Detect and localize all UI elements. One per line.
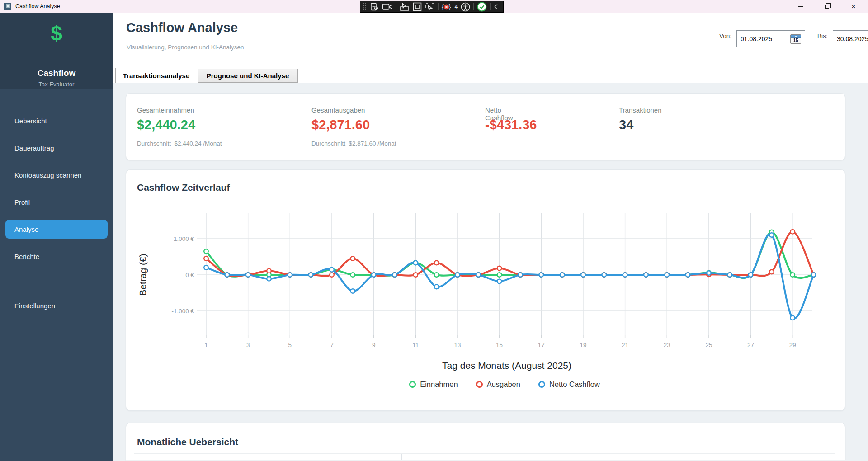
sidebar-item-profil[interactable]: Profil [5,193,108,212]
x-tick-label: 3 [246,342,250,348]
sidebar-item-dauerauftrag[interactable]: Dauerauftrag [5,138,108,157]
close-icon: × [851,3,856,10]
data-point-marker [414,261,418,265]
series-line [206,234,814,319]
x-tick-label: 13 [454,342,461,348]
sidebar-nav: UebersichtDauerauftragKontoauszug scanne… [0,103,113,266]
error-count: 4 [454,4,458,10]
content-area: Gesamteinnahmen$2,440.24Durchschnitt $2,… [113,83,868,461]
legend-label: Ausgaben [487,380,520,389]
legend-ring-icon [476,381,483,388]
window-capture-icon[interactable] [425,2,435,12]
calendar-icon[interactable]: 15 [790,34,801,44]
legend-item-ausgaben[interactable]: Ausgaben [476,380,520,389]
data-point-marker [560,273,565,277]
accessibility-icon[interactable] [461,2,470,12]
bis-label: Bis: [817,33,828,39]
data-point-marker [539,273,543,277]
x-tick-label: 23 [664,342,670,348]
braces-error-badge-icon[interactable]: { } [442,2,451,12]
data-point-marker [414,273,418,277]
x-tick-label: 9 [372,342,376,348]
collapse-chevron-icon[interactable] [494,2,498,12]
x-tick-label: 29 [789,342,796,348]
x-tick-label: 21 [622,342,628,348]
legend-label: Einnahmen [420,380,458,389]
data-point-marker [434,285,439,289]
app-window: Cashflow Analyse { [0,0,868,461]
capture-toolbar: { } 4 [360,1,504,13]
data-point-marker [204,265,208,270]
minimize-button[interactable] [788,0,812,13]
page-title: Cashflow Analyse [126,20,238,35]
data-point-marker [267,268,271,273]
pointer-capture-icon[interactable] [400,2,410,12]
data-point-marker [518,273,523,277]
data-point-marker [330,273,334,277]
header: Cashflow Analyse Visualisierung, Prognos… [113,13,868,68]
sidebar-item-kontoauszug-scannen[interactable]: Kontoauszug scannen [5,165,108,184]
summary-label: Gesamteinnahmen [137,106,194,114]
status-check-icon[interactable] [477,2,487,12]
monthly-overview-title: Monatliche Uebersicht [137,437,238,447]
restore-button[interactable] [815,0,839,13]
summary-label: Gesamtausgaben [311,106,365,114]
data-point-marker [749,273,753,277]
data-point-marker [686,273,690,277]
sidebar-divider [5,282,108,282]
data-point-marker [644,273,648,277]
data-point-marker [246,273,250,277]
data-point-marker [309,273,313,277]
von-date-input[interactable]: 01.08.2025 15 [736,30,805,47]
summary-average: Durchschnitt $2,871.60 /Monat [311,140,396,147]
bis-date-input[interactable]: 30.08.2025 15 [833,30,868,47]
data-point-marker [581,273,585,277]
sidebar-item-einstellungen[interactable]: Einstellungen [5,296,108,315]
summary-value: -$431.36 [485,118,537,132]
toolbar-separator [438,3,439,10]
legend-ring-icon [538,381,545,388]
x-tick-label: 17 [538,342,545,348]
sidebar-item-analyse[interactable]: Analyse [5,220,108,239]
data-point-marker [790,230,795,234]
sidebar-item-uebersicht[interactable]: Uebersicht [5,111,108,130]
toolbar-separator [396,3,396,10]
y-tick-label: 1.000 € [174,235,194,242]
data-point-marker [623,273,627,277]
legend-item-einnahmen[interactable]: Einnahmen [409,380,458,389]
data-point-marker [351,256,355,261]
tab-transaktionsanalyse[interactable]: Transaktionsanalyse [115,68,197,83]
data-point-marker [225,273,230,277]
x-tick-label: 7 [330,342,334,348]
restore-icon [825,5,829,9]
brand-name: Cashflow [0,68,113,78]
drag-handle-icon[interactable] [363,2,367,12]
data-point-marker [372,273,376,277]
tab-prognose-ki-analyse[interactable]: Prognose und KI-Analyse [198,69,298,83]
x-axis-title: Tag des Monats (August 2025) [442,360,571,371]
summary-value: $2,440.24 [137,118,195,132]
camera-icon[interactable] [382,2,393,12]
sidebar-item-berichte[interactable]: Berichte [5,247,108,266]
log-settings-icon[interactable] [370,2,379,12]
data-point-marker [790,315,795,320]
data-point-marker [476,273,481,277]
series-netto-cashflow [204,233,816,320]
data-point-marker [204,256,208,261]
data-point-marker [351,273,355,277]
calendar-dot [795,36,797,37]
y-tick-label: 0 € [185,272,194,278]
close-button[interactable]: × [842,0,865,13]
legend-item-netto-cashflow[interactable]: Netto Cashflow [538,380,600,389]
data-point-marker [434,261,439,265]
sidebar-header: $ Cashflow Tax Evaluator [0,13,113,89]
legend-ring-icon [409,381,416,388]
region-capture-icon[interactable] [413,2,422,12]
data-point-marker [497,279,502,284]
brand-tagline: Tax Evaluator [0,81,113,88]
data-point-marker [811,273,816,277]
data-point-marker [707,271,711,275]
y-tick-label: -1.000 € [171,308,194,315]
x-tick-label: 15 [496,342,503,348]
data-point-marker [602,273,606,277]
